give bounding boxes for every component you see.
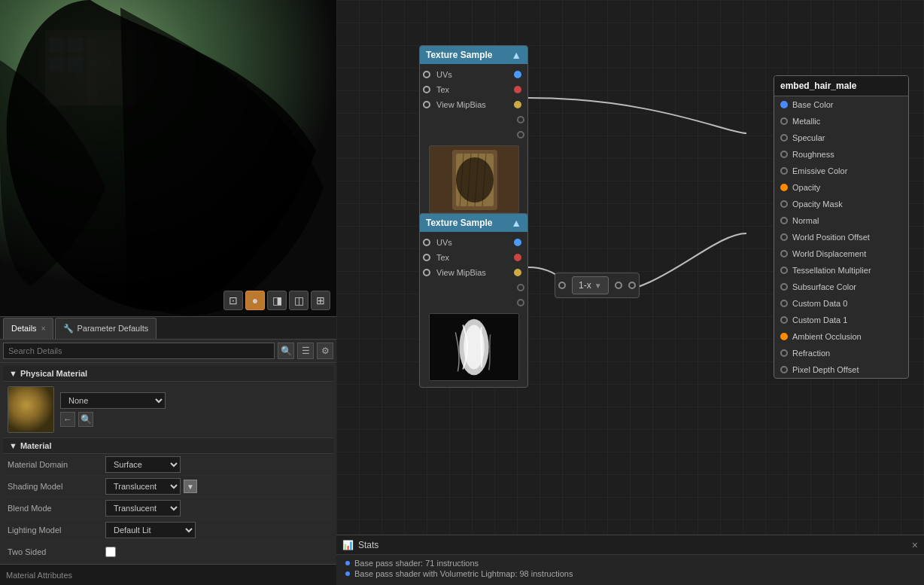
shading-value: Translucent ▼	[105, 478, 329, 495]
ao-label: Ambient Occlusion	[792, 332, 862, 341]
physical-material-title: Physical Material	[20, 369, 87, 378]
blend-label: Blend Mode	[8, 504, 105, 513]
texture-image-1	[430, 146, 518, 212]
tess-pin	[780, 267, 788, 274]
stats-text-1: Base pass shader: 71 instructions	[354, 559, 479, 568]
pin-dot-mip-2	[423, 269, 430, 276]
viewport-panel: ⊡ ● ◨ ◫ ⊞	[0, 0, 336, 316]
material-dropdown[interactable]: None	[60, 392, 166, 409]
svg-point-16	[456, 157, 494, 203]
mat-pin-subsurface: Subsurface Color	[774, 279, 908, 295]
subsurface-label: Subsurface Color	[792, 282, 856, 291]
node-1-header: Texture Sample ▲	[420, 46, 527, 64]
normal-label: Normal	[792, 216, 819, 225]
stats-body: Base pass shader: 71 instructions Base p…	[336, 555, 924, 582]
tess-label: Tessellation Multiplier	[792, 266, 871, 275]
camera-button[interactable]: ⊡	[223, 291, 243, 310]
pin-out-4-1	[517, 116, 524, 123]
pdo-label: Pixel Depth Offset	[792, 365, 859, 374]
node-2-pin-out5	[420, 295, 527, 310]
invert-input-pin	[558, 282, 566, 289]
node-canvas[interactable]: Texture Sample ▲ UVs Tex V	[336, 0, 924, 535]
lighting-dropdown[interactable]: Default Lit	[105, 522, 196, 538]
shading-dropdown[interactable]: Translucent	[105, 478, 181, 495]
material-section-title: Material	[20, 441, 52, 450]
pin-out-5-1	[517, 131, 524, 139]
node-1-expand-icon[interactable]: ▲	[511, 49, 521, 61]
pin-dot-uvs-1	[423, 71, 430, 78]
invert-node[interactable]: 1-x ▼	[555, 273, 640, 298]
mat-pin-custom1: Custom Data 1	[774, 312, 908, 328]
metallic-pin	[780, 117, 788, 125]
tab-params-label: Parameter Defaults	[77, 324, 148, 333]
stats-bullet-1	[345, 561, 350, 565]
roughness-pin	[780, 151, 788, 158]
ao-pin	[780, 333, 788, 340]
pin-out-5-2	[517, 299, 524, 306]
texture-sample-node-1[interactable]: Texture Sample ▲ UVs Tex V	[419, 45, 528, 220]
pin-label-uvs-2: UVs	[433, 238, 455, 247]
node-2-title: Texture Sample	[426, 218, 492, 228]
material-thumbnail	[8, 386, 54, 433]
blend-value: Translucent	[105, 500, 329, 516]
twosided-checkbox[interactable]	[105, 547, 116, 557]
list-view-button[interactable]: ☰	[297, 343, 314, 359]
mat-pin-opacity-mask: Opacity Mask	[774, 196, 908, 212]
invert-dropdown-icon[interactable]: ▼	[594, 282, 602, 290]
grid-button[interactable]: ⊞	[311, 291, 330, 310]
node-2-preview	[429, 313, 519, 381]
cylinder-button[interactable]: ◫	[289, 291, 309, 310]
node-1-preview	[429, 145, 519, 213]
opacity-mask-pin	[780, 200, 788, 208]
details-panel: Details × 🔧 Parameter Defaults 🔍 ☰ ⚙ ▼ P…	[0, 316, 336, 585]
metallic-label: Metallic	[792, 117, 820, 126]
blend-dropdown[interactable]: Translucent	[105, 500, 181, 516]
material-back-button[interactable]: ←	[60, 412, 75, 427]
tab-params[interactable]: 🔧 Parameter Defaults	[55, 318, 157, 339]
lighting-value: Default Lit	[105, 522, 329, 538]
search-button[interactable]: 🔍	[278, 343, 294, 359]
invert-output-pin-a	[615, 282, 622, 289]
material-output-node[interactable]: embed_hair_male Base Color Metallic Spec…	[774, 75, 909, 379]
pin-label-tex-2: Tex	[433, 253, 452, 262]
stats-close-button[interactable]: ×	[912, 539, 918, 551]
mat-pin-normal: Normal	[774, 212, 908, 229]
plane-button[interactable]: ◨	[267, 291, 287, 310]
tab-details[interactable]: Details ×	[3, 318, 53, 339]
texture-sample-node-2[interactable]: Texture Sample ▲ UVs Tex V	[419, 213, 528, 388]
settings-button[interactable]: ⚙	[317, 343, 333, 359]
sphere-button[interactable]: ●	[245, 291, 265, 310]
viewport-toolbar: ⊡ ● ◨ ◫ ⊞	[223, 291, 330, 310]
base-color-pin	[780, 101, 788, 108]
wd-pin	[780, 250, 788, 257]
node-editor[interactable]: Texture Sample ▲ UVs Tex V	[336, 0, 924, 535]
wpo-label: World Position Offset	[792, 233, 870, 242]
node-1-pin-tex: Tex	[420, 82, 527, 97]
shading-extra-button[interactable]: ▼	[184, 480, 197, 493]
node-2-pin-uvs: UVs	[420, 235, 527, 250]
search-input[interactable]	[3, 343, 275, 359]
mat-pin-emissive: Emissive Color	[774, 163, 908, 179]
pin-dot-uvs-2	[423, 239, 430, 246]
stats-text-2: Base pass shader with Volumetric Lightma…	[354, 569, 573, 578]
node-2-expand-icon[interactable]: ▲	[511, 217, 521, 229]
material-search-button[interactable]: 🔍	[78, 412, 93, 427]
specular-label: Specular	[792, 133, 825, 142]
mat-pin-opacity: Opacity	[774, 179, 908, 196]
texture-image-2	[430, 314, 518, 380]
domain-label: Material Domain	[8, 460, 105, 469]
roughness-label: Roughness	[792, 150, 834, 159]
node-2-pin-out4	[420, 280, 527, 295]
mat-pin-ao: Ambient Occlusion	[774, 328, 908, 345]
tab-details-close[interactable]: ×	[41, 324, 46, 333]
lighting-label: Lighting Model	[8, 526, 105, 535]
stats-bullet-2	[345, 571, 350, 576]
node-1-pin-uvs: UVs	[420, 67, 527, 82]
twosided-value	[105, 547, 329, 557]
domain-dropdown[interactable]: Surface	[105, 456, 181, 473]
node-1-body: UVs Tex View MipBias	[420, 64, 527, 219]
pin-out-4-2	[517, 284, 524, 291]
normal-pin	[780, 217, 788, 224]
lighting-row: Lighting Model Default Lit	[3, 519, 333, 541]
specular-pin	[780, 134, 788, 142]
